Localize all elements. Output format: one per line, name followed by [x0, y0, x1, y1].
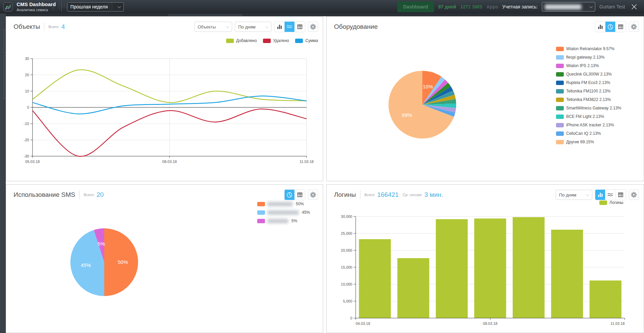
svg-text:10: 10: [25, 89, 29, 93]
total-value: 166421: [377, 191, 399, 199]
chevron-down-icon: [590, 5, 593, 8]
legend-label: Teltonika FM1100 2.13%: [566, 89, 610, 93]
panel-title: Логины: [334, 191, 356, 199]
bar-chart-icon: [598, 24, 603, 29]
period-select-value: Прошлая неделя: [70, 4, 108, 9]
legend-item[interactable]: flespi gateway 2.13%: [556, 55, 621, 60]
legend-item[interactable]: Teltonika FM1100 2.13%: [556, 89, 621, 93]
svg-text:20,000: 20,000: [341, 248, 352, 252]
legend-item[interactable]: Добавлено: [226, 38, 257, 43]
legend-item[interactable]: Другие 69.15%: [556, 140, 621, 144]
bar-chart-icon: [277, 24, 282, 29]
legend-label: CelloCan IQ 2.13%: [566, 131, 601, 136]
legend-item[interactable]: Удалено: [263, 38, 289, 43]
svg-text:08.03.18: 08.03.18: [483, 321, 497, 326]
chevron-down-icon: [265, 25, 269, 28]
panel-title: Использование SMS: [14, 191, 75, 199]
legend-item[interactable]: Teltonika FM3622 2.13%: [556, 97, 621, 102]
redacted-label: [267, 202, 293, 206]
legend-item[interactable]: Логины: [599, 200, 623, 205]
table-view-button[interactable]: [616, 190, 626, 200]
legend-swatch: [295, 39, 303, 43]
logins-bar-chart: 05,00010,00015,00020,00025,00030,00004.0…: [329, 212, 642, 327]
objects-interval-select[interactable]: По дням: [235, 22, 271, 32]
period-select[interactable]: Прошлая неделя: [67, 2, 124, 12]
panel-equipment-header: Оборудование: [327, 17, 644, 33]
svg-text:50%: 50%: [118, 259, 128, 265]
legend-item[interactable]: 50%: [257, 202, 310, 206]
equipment-settings-button[interactable]: [629, 22, 639, 32]
chevron-down-icon: [586, 193, 590, 196]
legend-label: Wialon IPS 2.13%: [566, 63, 599, 68]
background-page-strip: [0, 14, 644, 16]
legend-item[interactable]: 5%: [257, 218, 310, 223]
svg-text:11.03.18: 11.03.18: [299, 160, 314, 164]
legend-item[interactable]: Ruptela FM Eco3 2.13%: [556, 80, 621, 85]
panel-equipment: Оборудование 10%69% Wialon Retranslator …: [326, 16, 644, 181]
line-chart-view-button[interactable]: [285, 22, 295, 32]
bar-chart-view-button[interactable]: [595, 22, 605, 32]
legend-item[interactable]: iPhone ASK tracker 2.13%: [556, 123, 621, 127]
objects-legend: ДобавленоУдаленоСумма: [226, 38, 318, 43]
legend-swatch: [556, 55, 564, 60]
svg-text:45%: 45%: [81, 262, 91, 268]
legend-label: Ruptela FM Eco3 2.13%: [566, 80, 610, 85]
svg-text:20: 20: [25, 73, 29, 77]
legend-item[interactable]: CelloCan IQ 2.13%: [556, 131, 621, 136]
table-icon: [618, 24, 623, 29]
legend-label: Queclink GL300W 2.13%: [566, 72, 612, 77]
line-chart-icon: [287, 24, 292, 29]
panel-sms-usage: Использование SMS Всего: 20 50%45%5% 50%…: [6, 184, 323, 333]
panel-sms-header: Использование SMS Всего: 20: [6, 185, 323, 201]
gear-icon: [631, 192, 637, 198]
legend-label: Teltonika FM3622 2.13%: [566, 97, 611, 102]
pie-chart-view-button[interactable]: [605, 22, 616, 32]
chevron-down-icon: [117, 5, 121, 8]
table-view-button[interactable]: [616, 22, 626, 32]
legend-swatch: [556, 89, 564, 93]
sms-legend: 50%45%5%: [257, 202, 310, 227]
pie-chart-icon: [607, 24, 613, 30]
svg-text:30,000: 30,000: [341, 214, 352, 218]
table-view-button[interactable]: [295, 190, 305, 200]
legend-label: BCE FM Light 2.13%: [566, 114, 604, 119]
table-view-button[interactable]: [295, 22, 305, 32]
sms-pie-chart: 50%45%5%: [53, 211, 155, 313]
account-label: Учетная запись:: [502, 4, 538, 9]
legend-swatch: [556, 81, 564, 85]
account-select[interactable]: [542, 2, 595, 12]
logins-interval-select[interactable]: По дням: [556, 190, 592, 200]
svg-text:-30: -30: [24, 154, 29, 158]
objects-settings-button[interactable]: [308, 22, 318, 32]
legend-item[interactable]: 45%: [257, 210, 310, 215]
header-bar: g (development) CMS Dashboard Аналитика …: [0, 0, 644, 14]
legend-swatch: [556, 64, 564, 68]
legend-swatch: [556, 47, 564, 51]
account-select-redacted-value: [545, 4, 581, 9]
close-button[interactable]: [629, 2, 639, 12]
sms-settings-button[interactable]: [308, 190, 318, 200]
legend-swatch: [226, 39, 234, 43]
legend-swatch: [263, 39, 271, 43]
cms-dashboard-screen: g (development) CMS Dashboard Аналитика …: [0, 0, 644, 333]
logins-settings-button[interactable]: [629, 190, 639, 200]
pie-chart-view-button[interactable]: [285, 190, 295, 200]
logins-legend: Логины: [599, 200, 623, 205]
line-chart-view-button[interactable]: [605, 190, 616, 200]
legend-item[interactable]: SmartWitness Gateway 2.13%: [556, 106, 621, 110]
legend-item[interactable]: Сумма: [295, 38, 318, 43]
gear-icon: [310, 192, 316, 198]
redacted-label: [267, 210, 299, 215]
legend-item[interactable]: BCE FM Light 2.13%: [556, 114, 621, 119]
legend-swatch: [257, 210, 265, 215]
bar-chart-view-button[interactable]: [274, 22, 285, 32]
legend-item[interactable]: Queclink GL300W 2.13%: [556, 72, 621, 77]
bar-chart-view-button[interactable]: [595, 190, 605, 200]
legend-item[interactable]: Wialon IPS 2.13%: [556, 63, 621, 68]
close-icon: [630, 3, 638, 11]
table-icon: [297, 24, 303, 29]
legend-item[interactable]: Wialon Retranslator 9.57%: [556, 46, 621, 51]
objects-type-select[interactable]: Объекты: [194, 22, 232, 32]
total-label: Всего:: [364, 193, 375, 197]
legend-swatch: [556, 131, 564, 136]
